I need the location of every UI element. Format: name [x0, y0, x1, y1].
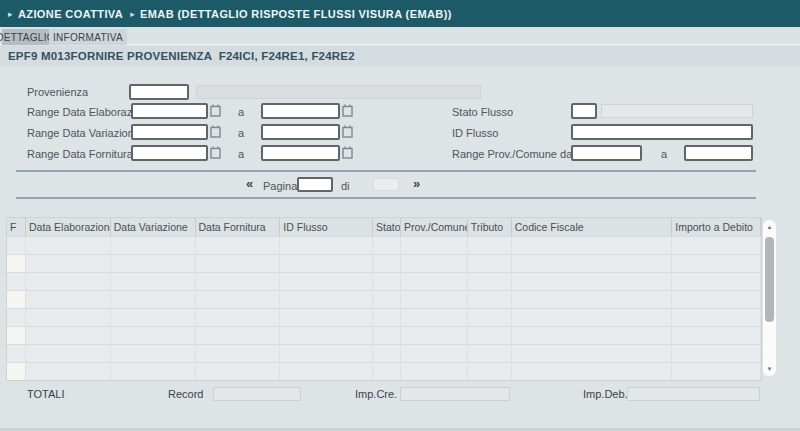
calendar-icon[interactable] — [209, 125, 222, 139]
scroll-up-icon[interactable]: ▴ — [763, 223, 776, 231]
table-cell — [111, 363, 196, 380]
scrollbar-thumb[interactable] — [765, 237, 774, 322]
table-cell — [280, 309, 373, 326]
table-cell — [373, 291, 401, 308]
table-cell — [196, 255, 281, 272]
record-total-field — [213, 387, 301, 401]
table-cell — [672, 309, 761, 326]
table-row[interactable] — [7, 308, 761, 326]
row-selector-cell — [7, 237, 26, 254]
table-row[interactable] — [7, 272, 761, 290]
id-flusso-input[interactable] — [571, 124, 753, 140]
table-cell — [111, 345, 196, 362]
table-cell — [401, 237, 468, 254]
table-cell — [111, 237, 196, 254]
pagina-label: Pagina — [263, 180, 297, 192]
emab-window: ▸ AZIONE COATTIVA ▸ EMAB (DETTAGLIO RISP… — [0, 0, 800, 431]
table-cell — [373, 363, 401, 380]
stato-flusso-description-field — [601, 104, 753, 118]
table-cell — [512, 327, 673, 344]
table-cell — [512, 309, 673, 326]
range-data-elaborazione-from-input[interactable] — [131, 103, 208, 119]
calendar-icon[interactable] — [209, 146, 222, 160]
range-data-fornitura-to-input[interactable] — [261, 145, 340, 161]
row-selector-cell — [7, 327, 26, 344]
next-page-icon[interactable]: » — [413, 176, 420, 191]
previous-page-icon[interactable]: « — [246, 176, 253, 191]
results-table: FData ElaborazioneData VariazioneData Fo… — [6, 217, 762, 381]
table-cell — [468, 327, 512, 344]
table-cell — [280, 273, 373, 290]
range-data-variazione-to-input[interactable] — [261, 124, 340, 140]
scroll-down-icon[interactable]: ▾ — [763, 365, 776, 373]
table-row[interactable] — [7, 236, 761, 254]
table-cell — [196, 291, 281, 308]
range-a-label: a — [238, 127, 244, 139]
table-cell — [26, 291, 111, 308]
table-cell — [672, 363, 761, 380]
table-row[interactable] — [7, 344, 761, 362]
table-cell — [373, 345, 401, 362]
table-cell — [373, 309, 401, 326]
table-cell — [512, 273, 673, 290]
table-cell — [672, 273, 761, 290]
table-cell — [111, 291, 196, 308]
breadcrumb-arrow-icon: ▸ — [8, 9, 13, 19]
provenienza-readonly-field — [196, 85, 481, 99]
imp-cre-total-field — [400, 387, 510, 401]
table-scrollbar[interactable]: ▴ ▾ — [763, 220, 776, 376]
table-cell — [512, 291, 673, 308]
imp-cre-label: Imp.Cre. — [355, 388, 397, 400]
table-cell — [512, 255, 673, 272]
column-header-stato: Stato — [373, 218, 401, 236]
imp-deb-total-field — [627, 387, 760, 401]
range-data-fornitura-label: Range Data Fornitura da — [27, 148, 148, 160]
table-cell — [280, 291, 373, 308]
breadcrumb-item-emab[interactable]: EMAB (DETTAGLIO RISPOSTE FLUSSI VISURA (… — [140, 8, 452, 20]
page-number-input[interactable] — [297, 177, 333, 192]
table-cell — [26, 345, 111, 362]
table-cell — [111, 309, 196, 326]
table-row[interactable] — [7, 254, 761, 272]
column-header-prov-comune: Prov./Comune — [401, 218, 468, 236]
provenienza-label: Provenienza — [27, 86, 88, 98]
table-cell — [401, 255, 468, 272]
range-data-variazione-from-input[interactable] — [131, 124, 208, 140]
table-row[interactable] — [7, 362, 761, 380]
provenienza-input[interactable] — [129, 84, 189, 100]
table-row[interactable] — [7, 326, 761, 344]
table-cell — [26, 255, 111, 272]
table-cell — [196, 237, 281, 254]
tab-informativa[interactable]: INFORMATIVA — [49, 29, 127, 45]
range-data-fornitura-from-input[interactable] — [131, 145, 208, 161]
calendar-icon[interactable] — [341, 146, 354, 160]
table-cell — [468, 309, 512, 326]
range-a-label: a — [661, 148, 667, 160]
record-label: Record — [168, 388, 203, 400]
calendar-icon[interactable] — [341, 104, 354, 118]
calendar-icon[interactable] — [341, 125, 354, 139]
tab-dettaglio[interactable]: DETTAGLIO — [2, 29, 49, 45]
stato-flusso-input[interactable] — [571, 103, 597, 119]
table-row[interactable] — [7, 290, 761, 308]
breadcrumb-item-azione-coattiva[interactable]: AZIONE COATTIVA — [18, 8, 123, 20]
column-header-importo-a-debito: Importo a Debito — [672, 218, 761, 236]
row-selector-cell — [7, 309, 26, 326]
table-cell — [672, 291, 761, 308]
table-cell — [468, 363, 512, 380]
table-cell — [512, 363, 673, 380]
table-cell — [280, 327, 373, 344]
range-prov-comune-to-input[interactable] — [684, 145, 753, 161]
column-header-data-elaborazione: Data Elaborazione — [26, 218, 111, 236]
tab-bar: DETTAGLIO INFORMATIVA — [0, 27, 800, 45]
calendar-icon[interactable] — [209, 104, 222, 118]
table-cell — [373, 327, 401, 344]
table-cell — [280, 237, 373, 254]
table-cell — [672, 345, 761, 362]
table-cell — [468, 291, 512, 308]
range-data-elaborazione-to-input[interactable] — [261, 103, 340, 119]
table-cell — [401, 273, 468, 290]
column-header-f: F — [7, 218, 26, 236]
range-prov-comune-from-input[interactable] — [571, 145, 642, 161]
table-cell — [26, 363, 111, 380]
